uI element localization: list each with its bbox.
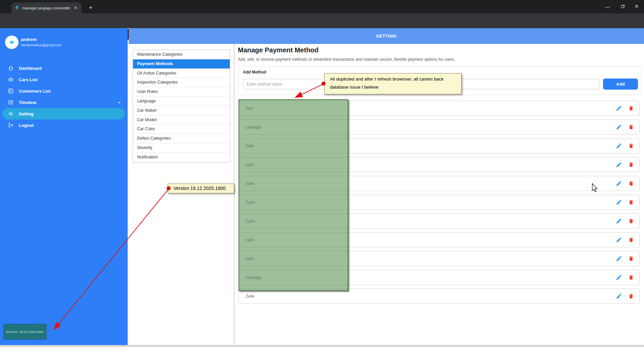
delete-button[interactable]	[627, 123, 635, 131]
pencil-icon	[616, 180, 622, 187]
sidebar-item-logout[interactable]: Logout	[0, 119, 128, 131]
payment-method-name: Zelle	[246, 294, 254, 299]
screen: manager.alugago.com/setting ✕ + — ✕	[0, 0, 644, 347]
settings-category-item[interactable]: Car Maker	[133, 106, 230, 115]
delete-button[interactable]	[627, 274, 635, 281]
delete-button[interactable]	[627, 293, 635, 300]
pencil-icon	[616, 161, 622, 168]
avatar	[5, 36, 18, 49]
settings-category-item[interactable]: Defect Categories	[133, 134, 230, 143]
flutter-favicon-icon	[14, 5, 19, 10]
trash-icon	[628, 105, 634, 111]
row-actions	[615, 293, 635, 300]
pencil-icon	[616, 218, 622, 224]
row-actions	[615, 199, 635, 206]
version-badge: Version: 19.12.2025.1800	[3, 324, 47, 340]
timeline-icon	[7, 99, 14, 106]
delete-button[interactable]	[627, 142, 635, 150]
browser-tab[interactable]: manager.alugago.com/setting ✕	[11, 2, 81, 13]
settings-category-item[interactable]: User Roles	[133, 87, 230, 97]
row-actions	[615, 180, 635, 187]
trash-icon	[628, 293, 634, 299]
sidebar-item-cars-list[interactable]: Cars List	[0, 74, 128, 85]
edit-button[interactable]	[615, 199, 622, 206]
pencil-icon	[616, 237, 622, 243]
settings-category-item[interactable]: Oil Action Categories	[133, 69, 230, 78]
trash-icon	[628, 256, 634, 261]
sidebar-nav: Dashboard Cars List Customers List Timel…	[0, 62, 128, 131]
delete-button[interactable]	[627, 217, 635, 225]
edit-button[interactable]	[615, 142, 622, 150]
settings-category-item[interactable]: Maintenance Categories	[133, 50, 230, 59]
nav-item-label: Timeline	[19, 100, 37, 105]
new-tab-button[interactable]: +	[87, 4, 95, 12]
delete-button[interactable]	[627, 105, 635, 112]
settings-category-item[interactable]: Inspection Categories	[133, 78, 230, 87]
page-title: Manage Payment Method	[238, 46, 318, 54]
browser-titlebar: manager.alugago.com/setting ✕ + — ✕	[0, 0, 644, 13]
row-actions	[615, 274, 635, 281]
delete-button[interactable]	[627, 236, 635, 244]
logout-icon	[7, 122, 14, 129]
edit-button[interactable]	[615, 293, 622, 300]
gear-icon	[7, 110, 14, 117]
user-email: hardwood4us@gmail.com	[21, 43, 62, 47]
window-restore-button[interactable]	[615, 0, 630, 13]
edit-button[interactable]	[615, 123, 622, 131]
delete-button[interactable]	[627, 255, 635, 262]
add-button[interactable]: Add	[603, 79, 638, 90]
car-icon	[7, 76, 14, 83]
customers-icon	[7, 88, 14, 94]
pencil-icon	[616, 105, 622, 111]
settings-category-item[interactable]: Car Model	[133, 115, 230, 125]
window-minimize-button[interactable]: —	[600, 0, 615, 13]
page-header-title: SETTING	[376, 34, 396, 39]
delete-button[interactable]	[627, 199, 635, 206]
car-logo-icon	[9, 39, 15, 45]
annotation-dot	[167, 186, 171, 190]
sidebar-item-setting[interactable]: Setting	[2, 108, 125, 119]
page-header: SETTING	[129, 28, 644, 44]
trash-icon	[628, 275, 634, 280]
settings-category-item[interactable]: Severity	[133, 143, 230, 153]
window-close-button[interactable]: ✕	[629, 0, 644, 13]
settings-category-item[interactable]: Notification	[133, 153, 230, 162]
settings-category-item[interactable]: Language	[133, 97, 230, 106]
settings-category-item[interactable]: Car Color	[133, 125, 230, 134]
pencil-icon	[616, 124, 622, 130]
trash-icon	[628, 124, 634, 130]
edit-button[interactable]	[615, 236, 622, 244]
edit-button[interactable]	[615, 274, 622, 281]
annotation-dot	[321, 82, 326, 86]
delete-button[interactable]	[627, 161, 635, 168]
trash-icon	[628, 237, 634, 243]
edit-button[interactable]	[615, 105, 622, 112]
panel-divider	[234, 44, 234, 345]
page-subtitle: Add, edit, or remove payment methods to …	[238, 57, 455, 62]
edit-button[interactable]	[615, 161, 622, 168]
row-actions	[615, 217, 635, 225]
tab-title: manager.alugago.com/setting	[22, 6, 70, 10]
edit-button[interactable]	[615, 180, 622, 187]
trash-icon	[628, 199, 634, 205]
edit-button[interactable]	[615, 217, 622, 225]
user-name: andrem	[21, 37, 37, 42]
trash-icon	[628, 162, 634, 167]
home-icon	[7, 65, 14, 71]
row-actions	[615, 161, 635, 168]
nav-item-label: Cars List	[19, 77, 38, 82]
app-sidebar: andrem hardwood4us@gmail.com Dashboard C…	[0, 28, 128, 345]
sidebar-item-dashboard[interactable]: Dashboard	[0, 62, 128, 74]
sidebar-item-timeline[interactable]: Timeline	[0, 97, 128, 108]
tab-close-icon[interactable]: ✕	[73, 5, 78, 11]
row-actions	[615, 123, 635, 131]
trash-icon	[628, 181, 634, 186]
delete-button[interactable]	[627, 180, 635, 187]
annotation-highlight-overlay	[239, 99, 348, 291]
horizontal-scrollbar[interactable]	[0, 345, 644, 347]
settings-category-item[interactable]: Payment Methods	[133, 59, 230, 69]
note-text: All duplicted and after I refresh browns…	[330, 77, 456, 82]
chevron-down-icon[interactable]	[117, 100, 122, 106]
sidebar-item-customers-list[interactable]: Customers List	[0, 85, 128, 97]
edit-button[interactable]	[615, 255, 622, 262]
